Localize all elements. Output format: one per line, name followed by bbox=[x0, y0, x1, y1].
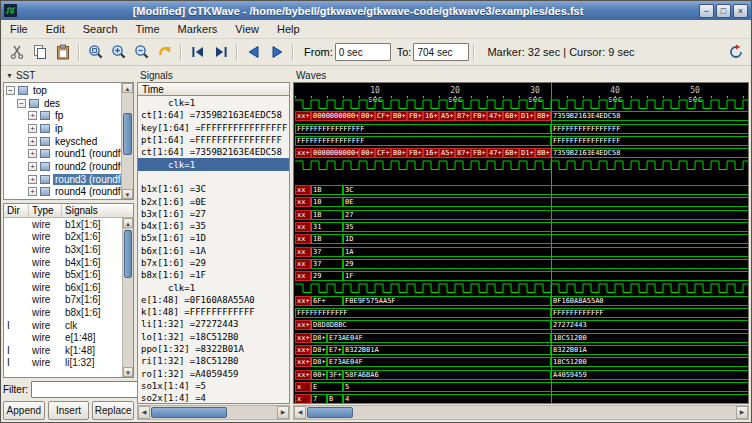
fetch-left-button[interactable] bbox=[187, 42, 208, 63]
zoom-in-button[interactable] bbox=[108, 42, 129, 63]
trace-spacer[interactable] bbox=[138, 171, 289, 183]
trace-b5x[interactable]: b5x[1:6] =1D bbox=[138, 232, 289, 244]
menu-file[interactable]: File bbox=[1, 20, 37, 38]
signals-hscrollbar[interactable] bbox=[137, 405, 290, 420]
trace-b3x[interactable]: b3x[1:6] =27 bbox=[138, 208, 289, 220]
trace-ppo[interactable]: ppo[1:32] =8322B01A bbox=[138, 343, 289, 355]
signal-table-scrollbar[interactable] bbox=[122, 218, 133, 377]
scroll-down-icon[interactable] bbox=[123, 367, 133, 377]
trace-so2x[interactable]: so2x[1:4] =4 bbox=[138, 392, 289, 404]
zoom-fit-button[interactable] bbox=[85, 42, 106, 63]
signal-row-e[interactable]: wiree[1:48] bbox=[4, 331, 122, 344]
signal-row-b2x[interactable]: wireb2x[1:6] bbox=[4, 231, 122, 244]
tree-node-top[interactable]: −top bbox=[4, 84, 121, 97]
fetch-right-button[interactable] bbox=[210, 42, 231, 63]
zoom-out-button[interactable] bbox=[131, 42, 152, 63]
scroll-left-icon[interactable] bbox=[138, 406, 150, 419]
trace-ro[interactable]: ro[1:32] =A4059459 bbox=[138, 368, 289, 380]
zoom-undo-button[interactable] bbox=[154, 42, 175, 63]
signal-row-k[interactable]: Iwirek[1:48] bbox=[4, 344, 122, 357]
trace-ct[interactable]: ct[1:64] =7359B2163E4EDC58 bbox=[138, 109, 289, 121]
expand-icon[interactable]: + bbox=[28, 137, 37, 146]
trace-li[interactable]: li[1:32] =27272443 bbox=[138, 318, 289, 330]
scroll-right-icon[interactable] bbox=[736, 406, 748, 419]
expand-icon[interactable]: + bbox=[28, 162, 37, 171]
tree-node-round2[interactable]: +round2 (roundfu bbox=[4, 160, 121, 173]
shift-right-button[interactable] bbox=[266, 42, 287, 63]
expand-icon[interactable]: + bbox=[28, 149, 37, 158]
column-header-dir[interactable]: Dir bbox=[4, 204, 29, 217]
trace-b6x[interactable]: b6x[1:6] =1A bbox=[138, 245, 289, 257]
wave-canvas[interactable]: 10 sec20 sec30 sec40 sec50 sec xx+000000… bbox=[293, 82, 749, 404]
menu-help[interactable]: Help bbox=[268, 20, 309, 38]
menu-edit[interactable]: Edit bbox=[37, 20, 74, 38]
signal-row-b1x[interactable]: wireb1x[1:6] bbox=[4, 218, 122, 231]
copy-button[interactable] bbox=[29, 42, 50, 63]
signal-row-b6x[interactable]: wireb6x[1:6] bbox=[4, 281, 122, 294]
maximize-button[interactable]: □ bbox=[716, 4, 731, 18]
insert-button[interactable]: Insert bbox=[48, 401, 90, 420]
tree-node-round3[interactable]: +round3 (roundfu bbox=[4, 173, 121, 186]
scroll-down-icon[interactable] bbox=[122, 189, 133, 199]
minimize-button[interactable]: − bbox=[699, 4, 714, 18]
shift-left-button[interactable] bbox=[243, 42, 264, 63]
to-time-input[interactable] bbox=[413, 43, 469, 61]
waves-hscroll-track[interactable] bbox=[306, 406, 736, 419]
cut-button[interactable] bbox=[6, 42, 27, 63]
tree-node-des[interactable]: −des bbox=[4, 97, 121, 110]
scroll-up-icon[interactable] bbox=[123, 218, 133, 228]
tree-node-round1[interactable]: +round1 (roundfu bbox=[4, 147, 121, 160]
title-bar[interactable]: [Modified] GTKWave - /home/bybell/gtkwav… bbox=[1, 1, 751, 20]
expand-icon[interactable]: + bbox=[28, 175, 37, 184]
waves-hscrollbar[interactable] bbox=[293, 405, 749, 420]
replace-button[interactable]: Replace bbox=[92, 401, 134, 420]
trace-lo[interactable]: lo[1:32] =18C512B0 bbox=[138, 331, 289, 343]
scroll-left-icon[interactable] bbox=[294, 406, 306, 419]
tree-scrollbar[interactable] bbox=[121, 83, 133, 199]
time-column-header[interactable]: Time bbox=[137, 82, 290, 96]
signal-row-li[interactable]: Iwireli[1:32] bbox=[4, 357, 122, 370]
sst-pane-header[interactable]: ▼ SST bbox=[3, 68, 134, 82]
signal-row-b8x[interactable]: wireb8x[1:6] bbox=[4, 306, 122, 319]
trace-b8x[interactable]: b8x[1:6] =1F bbox=[138, 269, 289, 281]
trace-b2x[interactable]: b2x[1:6] =0E bbox=[138, 195, 289, 207]
signals-hscroll-track[interactable] bbox=[150, 406, 277, 419]
waves-hscroll-thumb[interactable] bbox=[307, 407, 353, 418]
scroll-right-icon[interactable] bbox=[277, 406, 289, 419]
trace-ct[interactable]: ct[1:64] =7359B2163E4EDC58 bbox=[138, 146, 289, 158]
close-button[interactable]: × bbox=[733, 4, 748, 18]
collapse-icon[interactable]: − bbox=[6, 86, 15, 95]
signal-row-b5x[interactable]: wireb5x[1:6] bbox=[4, 268, 122, 281]
collapse-icon[interactable]: − bbox=[17, 99, 26, 108]
timeline[interactable]: 10 sec20 sec30 sec40 sec50 sec bbox=[295, 83, 748, 98]
trace-ri[interactable]: ri[1:32] =18C512B0 bbox=[138, 355, 289, 367]
from-time-input[interactable] bbox=[335, 43, 391, 61]
signal-row-clk[interactable]: Iwireclk bbox=[4, 319, 122, 332]
trace-so1x[interactable]: so1x[1:4] =5 bbox=[138, 380, 289, 392]
tree-node-ip[interactable]: +ip bbox=[4, 122, 121, 135]
signal-row-b3x[interactable]: wireb3x[1:6] bbox=[4, 243, 122, 256]
trace-key[interactable]: key[1:64] =FFFFFFFFFFFFFFFF bbox=[138, 122, 289, 134]
tree-node-fp[interactable]: +fp bbox=[4, 109, 121, 122]
trace-clk[interactable]: clk=1 bbox=[138, 97, 289, 109]
menu-view[interactable]: View bbox=[226, 20, 268, 38]
trace-clk[interactable]: clk=1 bbox=[138, 281, 289, 293]
reload-button[interactable] bbox=[725, 42, 746, 63]
signal-row-b4x[interactable]: wireb4x[1:6] bbox=[4, 256, 122, 269]
expand-icon[interactable]: + bbox=[28, 111, 37, 120]
scroll-up-icon[interactable] bbox=[122, 83, 133, 93]
expand-icon[interactable]: + bbox=[28, 187, 37, 196]
tree-node-round4[interactable]: +round4 (roundfu bbox=[4, 186, 121, 199]
trace-k[interactable]: k[1:48] =FFFFFFFFFFFF bbox=[138, 306, 289, 318]
signal-scrollbar-track[interactable] bbox=[123, 228, 133, 367]
trace-b7x[interactable]: b7x[1:6] =29 bbox=[138, 257, 289, 269]
menu-search[interactable]: Search bbox=[74, 20, 127, 38]
tree-scrollbar-track[interactable] bbox=[122, 93, 133, 189]
signals-hscroll-thumb[interactable] bbox=[151, 407, 227, 418]
expand-icon[interactable]: + bbox=[28, 124, 37, 133]
append-button[interactable]: Append bbox=[3, 401, 45, 420]
collapse-triangle-icon[interactable]: ▼ bbox=[6, 72, 13, 79]
menu-markers[interactable]: Markers bbox=[169, 20, 227, 38]
signal-row-b7x[interactable]: wireb7x[1:6] bbox=[4, 294, 122, 307]
column-header-type[interactable]: Type bbox=[29, 204, 62, 217]
